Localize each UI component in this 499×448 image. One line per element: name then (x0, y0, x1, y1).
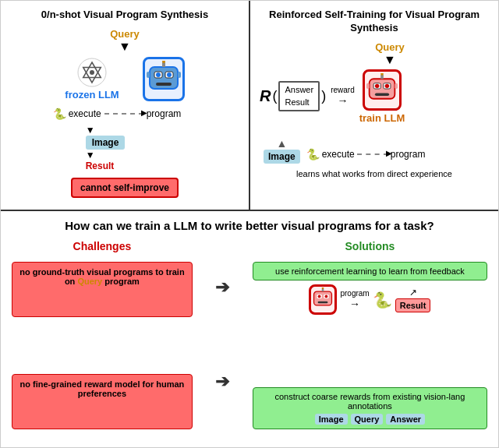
svg-rect-7 (156, 83, 172, 86)
svg-rect-21 (395, 83, 398, 89)
challenges-column: Challenges no ground-truth visual progra… (12, 240, 193, 429)
solution-robot-icon (309, 284, 337, 315)
right-panel: Reinforced Self-Training for Visual Prog… (250, 1, 498, 210)
program-label-left: program (147, 108, 182, 119)
query-sol-badge: Query (351, 414, 384, 425)
image-label-left: Image (86, 136, 126, 150)
svg-point-1 (90, 70, 94, 75)
challenge2-text: no fine-grained reward model for human p… (19, 379, 184, 398)
reward-label: reward (331, 86, 355, 94)
solutions-column: Solutions use reinforcement learning to … (253, 240, 487, 429)
answer-result-box: Answer Result (278, 81, 320, 111)
svg-point-25 (318, 295, 321, 298)
train-llm-label: train LLM (359, 112, 405, 124)
execute-label-left: execute (69, 108, 101, 119)
robot-icon-left (143, 57, 185, 101)
down-arrow-left: ▼ (119, 40, 131, 54)
query-label-right: Query (375, 41, 405, 53)
result-label-left: Result (86, 161, 115, 171)
svg-point-16 (385, 83, 389, 87)
program-sol-label: program (340, 289, 369, 298)
query-label-left: Query (110, 28, 140, 40)
top-half: 0/n-shot Visual Program Synthesis Query … (1, 1, 498, 211)
left-panel: 0/n-shot Visual Program Synthesis Query … (1, 1, 250, 210)
python-sol-icon: 🐍 (373, 291, 392, 309)
openai-icon (77, 58, 107, 87)
frozen-llm-label: frozen LLM (65, 89, 119, 101)
cannot-improve-box: cannot self-improve (71, 178, 179, 198)
program-label-right: program (391, 149, 426, 160)
execute-label-right: execute (322, 149, 355, 160)
solutions-header: Solutions (253, 240, 487, 252)
svg-rect-27 (318, 302, 328, 304)
right-panel-title: Reinforced Self-Training for Visual Prog… (260, 9, 489, 35)
svg-rect-10 (147, 72, 150, 78)
svg-rect-11 (178, 72, 181, 78)
bottom-content: Challenges no ground-truth visual progra… (12, 240, 487, 429)
result-sol-label: Result (395, 298, 431, 312)
arrow-1: ➔ (215, 277, 229, 298)
svg-point-26 (325, 295, 328, 298)
challenge-2-box: no fine-grained reward model for human p… (12, 374, 193, 429)
r-symbol: R (260, 87, 271, 105)
image-sol-badge: Image (315, 414, 348, 425)
arrow-2: ➔ (215, 372, 229, 392)
reward-function: R ( Answer Result ) (260, 81, 326, 111)
solution2-box: construct coarse rewards from existing v… (253, 387, 487, 429)
bottom-half: How can we train a LLM to write better v… (1, 211, 498, 447)
robot-icon-right (363, 69, 402, 111)
svg-point-15 (375, 83, 379, 87)
bottom-title: How can we train a LLM to write better v… (12, 219, 487, 232)
svg-rect-17 (375, 93, 389, 96)
learns-text: learns what works from direct experience (296, 169, 452, 178)
left-panel-title: 0/n-shot Visual Program Synthesis (10, 9, 239, 22)
challenges-header: Challenges (12, 240, 193, 252)
challenge1-text: no ground-truth visual programs to train… (19, 267, 184, 286)
query-in-challenge: Query (77, 277, 102, 286)
challenge-1-box: no ground-truth visual programs to train… (12, 262, 193, 317)
solution1-text: use reinforcement learning to learn from… (275, 266, 465, 276)
main-container: 0/n-shot Visual Program Synthesis Query … (0, 0, 499, 448)
svg-point-5 (156, 72, 161, 77)
execute-row-left: 🐍 execute (53, 108, 101, 120)
solution1-box: use reinforcement learning to learn from… (253, 262, 487, 280)
image-label-right: Image (264, 150, 300, 164)
svg-rect-20 (366, 83, 370, 89)
program-in-challenge: program (104, 277, 140, 286)
solution2-text: construct coarse rewards from existing v… (274, 392, 465, 411)
answer-sol-badge: Answer (386, 414, 425, 425)
arrow-column: ➔ ➔ (199, 240, 246, 429)
svg-point-6 (167, 72, 172, 77)
